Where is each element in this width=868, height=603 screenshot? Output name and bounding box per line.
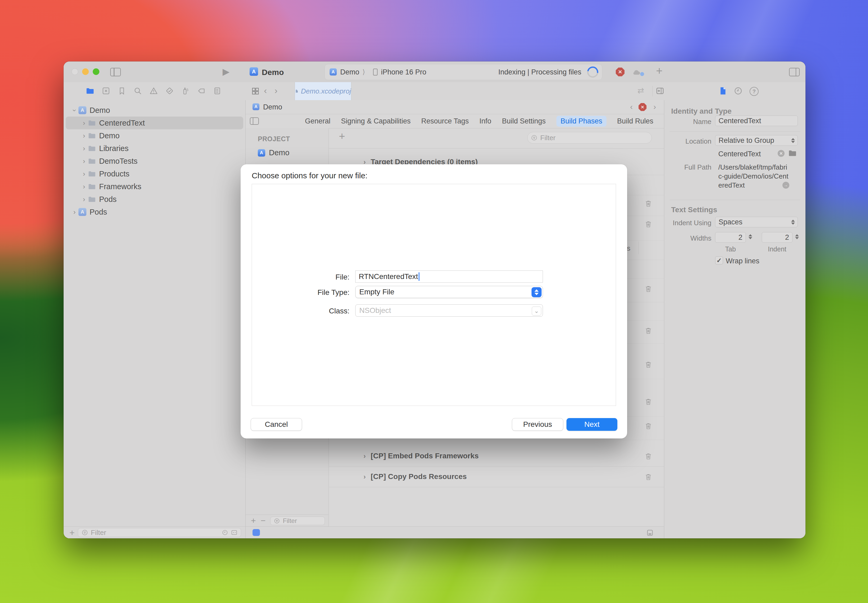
- disclosure-icon[interactable]: ›: [80, 132, 87, 140]
- add-target-button[interactable]: +: [251, 516, 256, 526]
- indent-width-stepper[interactable]: [795, 234, 803, 239]
- run-destination[interactable]: iPhone 16 Pro: [381, 68, 426, 76]
- tree-row-demo-group[interactable]: › Demo: [66, 129, 243, 142]
- tab-signing-capabilities[interactable]: Signing & Capabilities: [341, 117, 411, 125]
- issue-prev-button[interactable]: ‹: [630, 102, 633, 111]
- add-file-button[interactable]: +: [70, 527, 75, 538]
- location-popup[interactable]: Relative to Group: [715, 135, 798, 146]
- tab-general[interactable]: General: [305, 117, 330, 125]
- phases-filter-field[interactable]: Filter: [527, 132, 652, 144]
- wrap-lines-checkbox[interactable]: ✓: [715, 257, 723, 264]
- disclosure-icon[interactable]: ›: [80, 182, 87, 191]
- error-badge[interactable]: ✕: [616, 68, 625, 76]
- recents-clock-icon[interactable]: [222, 529, 228, 536]
- editor-tab[interactable]: Demo.xcodeproj: [295, 82, 351, 100]
- class-combo-box[interactable]: NSObject ⌄: [355, 305, 543, 317]
- scheme-name[interactable]: Demo: [340, 68, 359, 76]
- editor-mode-icon[interactable]: [252, 529, 260, 536]
- toggle-navigator-icon[interactable]: [110, 68, 121, 76]
- help-inspector-icon[interactable]: ?: [750, 87, 758, 96]
- cancel-button[interactable]: Cancel: [251, 418, 302, 431]
- disclosure-icon[interactable]: ›: [80, 157, 87, 165]
- tab-resource-tags[interactable]: Resource Tags: [421, 117, 469, 125]
- activity-viewer[interactable]: A Demo ⟩ iPhone 16 Pro Indexing | Proces…: [325, 64, 602, 80]
- issue-navigator-icon[interactable]: [149, 87, 158, 95]
- disclosure-icon[interactable]: ›: [80, 170, 87, 178]
- forward-button[interactable]: ›: [274, 85, 277, 96]
- delete-phase-icon[interactable]: [644, 422, 652, 430]
- name-field[interactable]: CenteredText: [715, 116, 798, 126]
- tree-row-demo-project[interactable]: › A Demo: [66, 104, 243, 117]
- traffic-light-close[interactable]: [71, 68, 78, 75]
- choose-folder-icon[interactable]: [788, 149, 797, 158]
- disclosure-icon[interactable]: ›: [80, 119, 87, 127]
- tree-row-pods-project[interactable]: › A Pods: [66, 206, 243, 218]
- phase-row-embed-pods[interactable]: › [CP] Embed Pods Frameworks: [329, 445, 664, 466]
- disclosure-icon[interactable]: ›: [71, 107, 79, 114]
- next-button[interactable]: Next: [566, 418, 617, 431]
- minimap-grid-icon[interactable]: [251, 87, 260, 95]
- report-navigator-icon[interactable]: [213, 87, 221, 95]
- delete-phase-icon[interactable]: [644, 452, 652, 461]
- tree-row-frameworks[interactable]: › Frameworks: [66, 180, 243, 193]
- delete-phase-icon[interactable]: [644, 326, 652, 335]
- disclosure-icon[interactable]: ›: [80, 195, 87, 204]
- add-editor-icon[interactable]: [656, 87, 665, 95]
- target-filter-field[interactable]: Filter: [270, 516, 325, 525]
- remove-target-button[interactable]: −: [261, 516, 266, 526]
- navigator-filter-field[interactable]: Filter: [78, 528, 241, 537]
- delete-phase-icon[interactable]: [644, 360, 652, 369]
- add-build-phase-button[interactable]: +: [339, 130, 345, 142]
- breadcrumb[interactable]: Demo: [263, 103, 282, 111]
- tree-row-products[interactable]: › Products: [66, 167, 243, 180]
- source-control-icon[interactable]: [102, 87, 110, 95]
- disclosure-icon[interactable]: ›: [80, 144, 87, 153]
- history-inspector-icon[interactable]: [734, 87, 743, 95]
- open-path-arrow-icon[interactable]: →: [783, 182, 789, 189]
- file-type-popup[interactable]: Empty File: [355, 286, 543, 298]
- tree-row-pods-group[interactable]: › Pods: [66, 193, 243, 206]
- breakpoint-navigator-icon[interactable]: [197, 87, 206, 95]
- file-name-input[interactable]: RTNCenteredText: [355, 271, 543, 283]
- disclosure-icon[interactable]: ›: [71, 208, 78, 216]
- bookmark-navigator-icon[interactable]: [118, 87, 126, 95]
- toggle-inspector-icon[interactable]: [789, 68, 800, 76]
- tab-build-phases[interactable]: Build Phases: [556, 116, 607, 127]
- disclosure-icon[interactable]: ›: [361, 452, 368, 460]
- find-navigator-icon[interactable]: [133, 87, 142, 95]
- phase-row-copy-pods[interactable]: › [CP] Copy Pods Resources: [329, 466, 664, 487]
- delete-phase-icon[interactable]: [644, 220, 652, 228]
- project-navigator-icon[interactable]: [86, 87, 94, 95]
- indent-using-popup[interactable]: Spaces: [715, 217, 798, 227]
- clear-group-icon[interactable]: ✕: [778, 150, 784, 157]
- tab-width-field[interactable]: 2: [715, 232, 746, 243]
- file-inspector-icon[interactable]: [718, 87, 727, 95]
- toggle-project-list-icon[interactable]: [250, 118, 259, 125]
- issue-error-badge[interactable]: ✕: [639, 103, 647, 111]
- tab-build-settings[interactable]: Build Settings: [502, 117, 546, 125]
- back-button[interactable]: ‹: [264, 85, 267, 96]
- code-review-icon[interactable]: ⇄: [637, 86, 644, 95]
- delete-phase-icon[interactable]: [644, 284, 652, 293]
- indent-width-field[interactable]: 2: [762, 232, 792, 243]
- traffic-light-zoom[interactable]: [93, 68, 99, 75]
- debug-navigator-icon[interactable]: [181, 87, 190, 95]
- run-button[interactable]: ▶: [223, 66, 229, 77]
- test-navigator-icon[interactable]: [166, 87, 174, 95]
- tree-row-demotests[interactable]: › DemoTests: [66, 155, 243, 167]
- issue-next-button[interactable]: ›: [653, 102, 656, 111]
- adjust-editor-icon[interactable]: [646, 529, 654, 537]
- delete-phase-icon[interactable]: [644, 199, 652, 208]
- delete-phase-icon[interactable]: [644, 397, 652, 406]
- tree-row-libraries[interactable]: › Libraries: [66, 142, 243, 155]
- tree-row-centeredtext[interactable]: › CenteredText: [66, 117, 243, 129]
- source-control-filter-icon[interactable]: [231, 529, 238, 536]
- project-list-item-demo[interactable]: A Demo: [258, 148, 289, 157]
- library-add-button[interactable]: +: [656, 65, 663, 77]
- tab-info[interactable]: Info: [479, 117, 491, 125]
- traffic-light-minimize[interactable]: [82, 68, 89, 75]
- tab-build-rules[interactable]: Build Rules: [617, 117, 653, 125]
- disclosure-icon[interactable]: ›: [361, 473, 368, 481]
- delete-phase-icon[interactable]: [644, 473, 652, 481]
- previous-button[interactable]: Previous: [512, 418, 563, 431]
